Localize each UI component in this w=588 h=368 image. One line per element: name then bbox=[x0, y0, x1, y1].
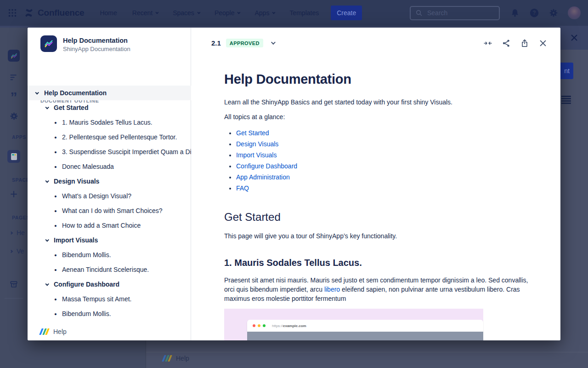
document-outline-panel: Help Documentation ShinyApp Documentatio… bbox=[28, 28, 191, 340]
sidebar-overview-icon[interactable] bbox=[0, 73, 28, 82]
bullet-icon: • bbox=[52, 310, 59, 318]
intro-paragraph: Learn all the ShinyApp Basics and get st… bbox=[224, 98, 539, 107]
outline-item[interactable]: •Bibendum Mollis. bbox=[28, 306, 191, 321]
user-avatar[interactable] bbox=[568, 6, 581, 19]
glance-paragraph: All topics at a glance: bbox=[224, 112, 539, 121]
chevron-down-icon bbox=[34, 92, 40, 94]
outline-item-label: Bibendum Mollis. bbox=[62, 251, 111, 259]
topic-list-item: Design Visuals bbox=[236, 138, 539, 150]
notifications-bell-icon[interactable] bbox=[510, 8, 520, 18]
document-content: Help Documentation Learn all the ShinyAp… bbox=[224, 28, 539, 340]
nav-item-people[interactable]: People bbox=[215, 9, 240, 17]
help-question-icon[interactable]: ? bbox=[529, 8, 539, 18]
outline-item[interactable]: Help Documentation bbox=[28, 86, 191, 100]
bullet-icon: • bbox=[52, 251, 59, 259]
outline-item[interactable]: •1. Mauris Sodales Tellus Lacus. bbox=[28, 115, 191, 130]
outline-item-label: Configure Dashboard bbox=[54, 281, 119, 288]
outline-item[interactable]: •What can I do with Smart Choices? bbox=[28, 203, 191, 218]
outline-item[interactable]: •Massa Tempus sit Amet. bbox=[28, 292, 191, 306]
background-divider bbox=[146, 352, 588, 352]
outline-item[interactable]: Import Visuals bbox=[28, 233, 191, 247]
sidebar-page-item[interactable]: He bbox=[10, 229, 28, 236]
help-slashes-icon bbox=[40, 328, 48, 335]
sidebar-blog-quote-icon[interactable]: ” bbox=[0, 89, 28, 105]
chevron-down-icon bbox=[237, 11, 241, 14]
search-box[interactable] bbox=[410, 6, 500, 20]
sidebar-pages-label: PAGES bbox=[12, 215, 28, 220]
topic-link[interactable]: Get Started bbox=[236, 129, 269, 137]
chevron-down-icon bbox=[44, 106, 50, 109]
outline-item-label: Design Visuals bbox=[54, 178, 99, 185]
outline-item[interactable]: •2. Pellentesque sed Pellentesque Tortor… bbox=[28, 130, 191, 144]
sidebar-app-logo-icon[interactable] bbox=[0, 50, 28, 62]
confluence-logo[interactable]: Confluence bbox=[24, 8, 84, 18]
top-navigation-bar: Confluence HomeRecentSpacesPeopleAppsTem… bbox=[0, 0, 588, 26]
chevron-down-icon bbox=[156, 11, 159, 14]
panel-help-label: Help bbox=[53, 328, 67, 335]
bullet-icon: • bbox=[52, 295, 59, 303]
sidebar-add-icon[interactable] bbox=[0, 190, 28, 199]
close-dialog-icon[interactable] bbox=[538, 39, 548, 48]
nav-item-recent[interactable]: Recent bbox=[132, 9, 158, 17]
topic-list-item: Get Started bbox=[236, 127, 539, 138]
sidebar-space-label: SPACE S bbox=[12, 177, 28, 183]
topic-link[interactable]: App Administration bbox=[236, 173, 290, 181]
outline-item-label: What's a Design Visual? bbox=[62, 192, 131, 200]
screen: Confluence HomeRecentSpacesPeopleAppsTem… bbox=[0, 0, 588, 368]
confluence-logo-icon bbox=[24, 8, 34, 18]
topics-list: Get StartedDesign VisualsImport VisualsC… bbox=[224, 127, 539, 194]
bullet-icon: • bbox=[52, 192, 59, 200]
outline-item-label: How to add a Smart Choice bbox=[62, 222, 141, 229]
outline-item-label: 3. Suspendisse Suscipit Imperdiet Quam a… bbox=[62, 148, 191, 155]
bullet-icon: • bbox=[52, 133, 59, 141]
bullet-icon: • bbox=[52, 222, 59, 230]
outline-item[interactable]: •Bibendum Mollis. bbox=[28, 247, 191, 262]
topic-link[interactable]: Import Visuals bbox=[236, 151, 277, 159]
nav-item-spaces[interactable]: Spaces bbox=[173, 9, 199, 17]
banner-close-icon[interactable] bbox=[570, 33, 579, 42]
outline-item[interactable]: •Aenean Tincidunt Scelerisque. bbox=[28, 262, 191, 277]
shinyapp-logo-icon bbox=[40, 35, 57, 52]
topic-link[interactable]: Configure Dashboard bbox=[236, 162, 297, 170]
inline-link-libero[interactable]: libero bbox=[324, 286, 340, 293]
outline-item-label: Aenean Tincidunt Scelerisque. bbox=[62, 266, 149, 273]
create-button[interactable]: Create bbox=[331, 6, 362, 20]
sidebar-rail: ” APPS SPACE S bbox=[0, 28, 28, 368]
outline-item-label: What can I do with Smart Choices? bbox=[62, 207, 163, 214]
document-view-panel: 2.1 APPROVED bbox=[192, 28, 560, 340]
sidebar-apps-label: APPS bbox=[12, 134, 28, 140]
background-help-footer[interactable]: Help bbox=[163, 355, 189, 362]
outline-item-label: 1. Mauris Sodales Tellus Lacus. bbox=[62, 119, 153, 126]
section-text: This page will give you a tour of ShinyA… bbox=[224, 231, 539, 241]
nav-item-templates[interactable]: Templates bbox=[289, 9, 319, 17]
outline-item[interactable]: •3. Suspendisse Suscipit Imperdiet Quam … bbox=[28, 144, 191, 159]
sidebar-page-item[interactable]: Ve bbox=[10, 247, 28, 255]
outline-item[interactable]: •What's a Design Visual? bbox=[28, 189, 191, 203]
topic-list-item: Configure Dashboard bbox=[236, 161, 539, 172]
outline-item-label: Help Documentation bbox=[44, 89, 107, 97]
outline-item[interactable]: Get Started bbox=[28, 100, 191, 115]
search-input[interactable] bbox=[426, 9, 491, 17]
app-switcher-icon[interactable] bbox=[7, 8, 17, 18]
bullet-icon: • bbox=[52, 163, 59, 171]
nav-item-home[interactable]: Home bbox=[100, 9, 117, 17]
sidebar-archive-icon[interactable] bbox=[0, 280, 28, 289]
svg-text:?: ? bbox=[532, 10, 536, 16]
list-view-icon[interactable] bbox=[561, 96, 571, 104]
nav-item-apps[interactable]: Apps bbox=[254, 9, 274, 17]
outline-list: Help DocumentationGet Started•1. Mauris … bbox=[28, 86, 191, 321]
settings-gear-icon[interactable] bbox=[548, 8, 559, 18]
chevron-down-icon bbox=[272, 11, 276, 14]
panel-help-link[interactable]: Help bbox=[40, 328, 67, 335]
confluence-wordmark: Confluence bbox=[38, 8, 84, 18]
outline-item-label: Import Visuals bbox=[54, 236, 98, 244]
outline-item[interactable]: •How to add a Smart Choice bbox=[28, 218, 191, 233]
outline-item[interactable]: Design Visuals bbox=[28, 174, 191, 189]
background-help-label: Help bbox=[176, 355, 189, 362]
sidebar-shinyapp-item-icon[interactable] bbox=[0, 150, 28, 163]
outline-item[interactable]: Configure Dashboard bbox=[28, 277, 191, 292]
topic-link[interactable]: Design Visuals bbox=[236, 140, 278, 148]
sidebar-settings-gear-icon[interactable] bbox=[0, 111, 28, 121]
topic-link[interactable]: FAQ bbox=[236, 184, 249, 192]
outline-item[interactable]: •Donec Malesuada bbox=[28, 159, 191, 174]
